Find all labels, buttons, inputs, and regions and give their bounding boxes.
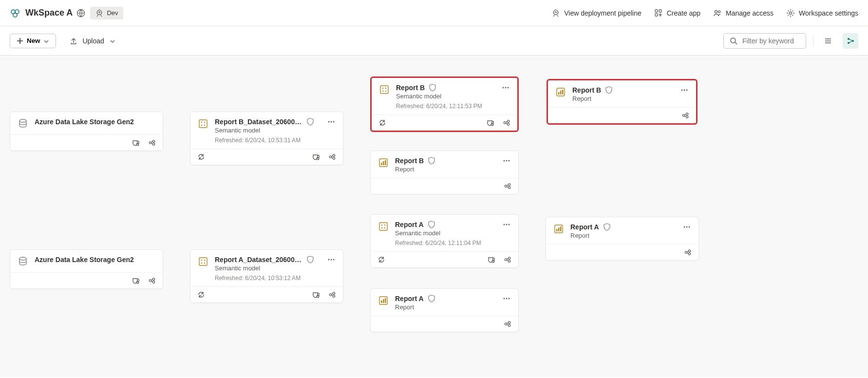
- node-dataset-b[interactable]: Report B_Dataset_2060000_ae17... Semanti…: [190, 112, 343, 165]
- impact-icon[interactable]: [504, 182, 511, 190]
- node-subtitle: Report: [570, 232, 676, 239]
- rocket-icon: [551, 9, 560, 18]
- more-button[interactable]: [682, 223, 692, 239]
- impact-icon[interactable]: [148, 139, 156, 147]
- more-button[interactable]: [502, 221, 511, 246]
- node-report-b-semantic[interactable]: Report B Semantic model Refreshed: 6/20/…: [370, 76, 519, 132]
- refresh-button[interactable]: [378, 119, 386, 127]
- stage-pill-label: Dev: [107, 9, 118, 17]
- impact-icon[interactable]: [328, 153, 336, 161]
- impact-icon[interactable]: [328, 291, 336, 299]
- shield-icon: [603, 223, 611, 231]
- manage-access-button[interactable]: Manage access: [713, 9, 774, 18]
- more-button[interactable]: [502, 157, 511, 173]
- manage-access-label: Manage access: [726, 9, 774, 17]
- shield-icon: [306, 256, 314, 264]
- view-pipeline-button[interactable]: View deployment pipeline: [551, 9, 642, 18]
- refresh-button[interactable]: [197, 291, 205, 299]
- toolbar: New Upload: [0, 26, 868, 56]
- create-app-label: Create app: [667, 9, 700, 17]
- node-title: Report B: [396, 84, 425, 92]
- filter-box[interactable]: [723, 33, 806, 49]
- node-subtitle: Semantic model: [215, 127, 321, 134]
- node-title: Report A: [570, 223, 599, 231]
- node-subtitle: Report: [572, 95, 674, 102]
- database-icon: [17, 256, 29, 267]
- top-bar: WkSpace A Dev View deployment pipeline C…: [0, 0, 868, 26]
- impact-icon[interactable]: [681, 112, 689, 119]
- more-button[interactable]: [326, 256, 336, 282]
- credentials-icon[interactable]: [487, 256, 495, 264]
- refresh-button[interactable]: [377, 256, 385, 264]
- more-button[interactable]: [326, 118, 336, 144]
- node-report-b-final[interactable]: Report B Report: [547, 79, 698, 125]
- lineage-canvas[interactable]: Azure Data Lake Storage Gen2 Report B_Da…: [0, 56, 868, 377]
- apps-icon: [654, 9, 663, 18]
- more-button[interactable]: [502, 295, 511, 311]
- plus-icon: [16, 37, 24, 45]
- more-button[interactable]: [679, 86, 689, 102]
- report-icon: [555, 86, 566, 98]
- shield-icon: [605, 86, 613, 94]
- upload-icon: [70, 37, 77, 45]
- node-subtitle: Semantic model: [215, 265, 321, 272]
- divider: [813, 35, 813, 47]
- node-title: Report B: [572, 86, 601, 94]
- world-icon: [76, 9, 85, 18]
- impact-icon[interactable]: [684, 248, 692, 256]
- impact-icon[interactable]: [148, 277, 156, 284]
- workspace-settings-button[interactable]: Workspace settings: [786, 9, 858, 18]
- gear-icon: [786, 9, 795, 18]
- semantic-model-icon: [377, 221, 389, 232]
- node-meta: Refreshed: 6/20/24, 10:53:31 AM: [215, 137, 321, 144]
- create-app-button[interactable]: Create app: [654, 9, 700, 18]
- people-icon: [713, 9, 722, 18]
- semantic-model-icon: [197, 118, 209, 130]
- credentials-icon[interactable]: [312, 291, 320, 299]
- upload-label: Upload: [82, 37, 104, 45]
- database-icon: [17, 118, 29, 130]
- credentials-icon[interactable]: [132, 277, 139, 284]
- credentials-icon[interactable]: [312, 153, 320, 161]
- impact-icon[interactable]: [503, 119, 510, 127]
- list-view-button[interactable]: [820, 33, 836, 49]
- impact-icon[interactable]: [504, 256, 511, 264]
- node-subtitle: Semantic model: [395, 229, 496, 237]
- node-title: Report A: [395, 221, 424, 228]
- report-icon: [377, 295, 389, 306]
- shield-icon: [428, 295, 435, 302]
- impact-icon[interactable]: [504, 320, 511, 328]
- node-report-a-semantic[interactable]: Report A Semantic model Refreshed: 6/20/…: [370, 214, 519, 268]
- node-datasource-2[interactable]: Azure Data Lake Storage Gen2: [10, 249, 163, 289]
- credentials-icon[interactable]: [486, 119, 494, 127]
- credentials-icon[interactable]: [132, 139, 139, 147]
- report-icon: [553, 223, 565, 235]
- lineage-view-button[interactable]: [843, 33, 858, 49]
- report-icon: [377, 157, 389, 169]
- chevron-down-icon: [109, 38, 116, 44]
- node-meta: Refreshed: 6/20/24, 12:11:04 PM: [395, 240, 496, 246]
- node-title: Report A: [395, 295, 424, 302]
- workspace-settings-label: Workspace settings: [799, 9, 858, 17]
- node-dataset-a[interactable]: Report A_Dataset_2060000_2245... Semanti…: [190, 249, 343, 303]
- node-subtitle: Semantic model: [396, 93, 495, 100]
- new-button[interactable]: New: [10, 34, 56, 48]
- refresh-button[interactable]: [197, 153, 205, 161]
- more-button[interactable]: [501, 84, 510, 110]
- node-report-b-report[interactable]: Report B Report: [370, 151, 519, 194]
- node-datasource-1[interactable]: Azure Data Lake Storage Gen2: [10, 112, 163, 151]
- node-subtitle: Report: [395, 166, 496, 173]
- upload-button[interactable]: Upload: [70, 37, 115, 45]
- semantic-model-icon: [197, 256, 209, 267]
- shield-icon: [306, 118, 314, 126]
- node-title: Report A_Dataset_2060000_2245...: [215, 256, 302, 264]
- node-report-a-final[interactable]: Report A Report: [546, 217, 699, 261]
- filter-input[interactable]: [741, 37, 800, 45]
- node-report-a-report[interactable]: Report A Report: [370, 288, 519, 332]
- node-meta: Refreshed: 6/20/24, 10:53:12 AM: [215, 275, 321, 282]
- node-subtitle: Report: [395, 303, 496, 311]
- workspace-icon: [10, 8, 20, 18]
- stage-pill[interactable]: Dev: [90, 7, 123, 19]
- semantic-model-icon: [378, 84, 390, 95]
- shield-icon: [428, 221, 435, 228]
